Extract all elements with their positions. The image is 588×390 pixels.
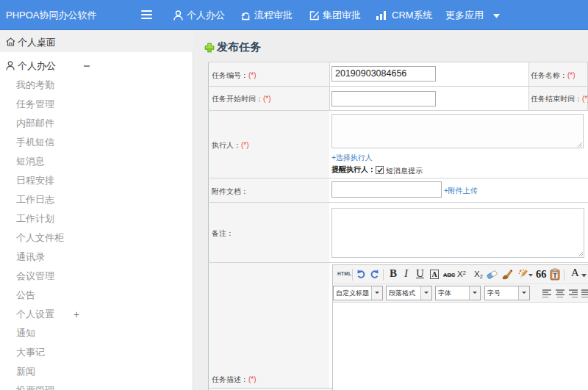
svg-text:T: T xyxy=(553,272,557,279)
